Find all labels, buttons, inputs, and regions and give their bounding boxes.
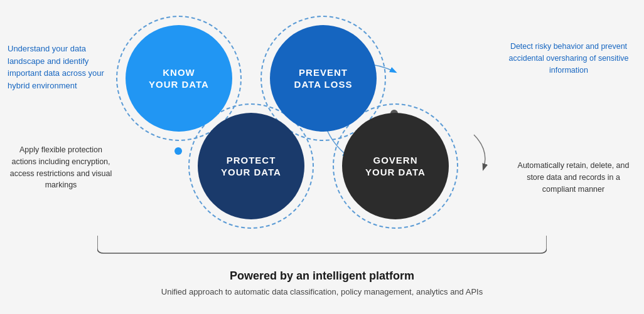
annotation-know-text: Understand your data landscape and ident… <box>8 44 104 90</box>
prevent-circle: PREVENT DATA LOSS <box>270 25 377 132</box>
platform-subtitle-text: Unified approach to automatic data class… <box>161 287 483 296</box>
dot-know <box>174 147 182 155</box>
govern-line2: YOUR DATA <box>365 166 426 179</box>
protect-line1: PROTECT <box>221 154 281 167</box>
platform-subtitle: Unified approach to automatic data class… <box>0 287 644 296</box>
platform-title: Powered by an intelligent platform <box>0 270 644 283</box>
prevent-line2: DATA LOSS <box>294 78 353 91</box>
know-line1: KNOW <box>149 66 209 79</box>
protect-circle: PROTECT YOUR DATA <box>198 113 304 219</box>
annotation-govern-text: Automatically retain, delete, and store … <box>518 161 630 194</box>
know-line2: YOUR DATA <box>149 78 209 91</box>
protect-line2: YOUR DATA <box>221 166 281 179</box>
platform-title-text: Powered by an intelligent platform <box>230 270 414 282</box>
bracket-container <box>97 236 547 254</box>
main-container: Understand your data landscape and ident… <box>0 0 644 314</box>
circles-area: KNOW YOUR DATA PREVENT DATA LOSS PROTECT… <box>94 13 534 251</box>
know-circle: KNOW YOUR DATA <box>126 25 232 132</box>
govern-line1: GOVERN <box>365 154 426 167</box>
govern-circle: GOVERN YOUR DATA <box>342 113 449 219</box>
prevent-line1: PREVENT <box>294 66 353 79</box>
